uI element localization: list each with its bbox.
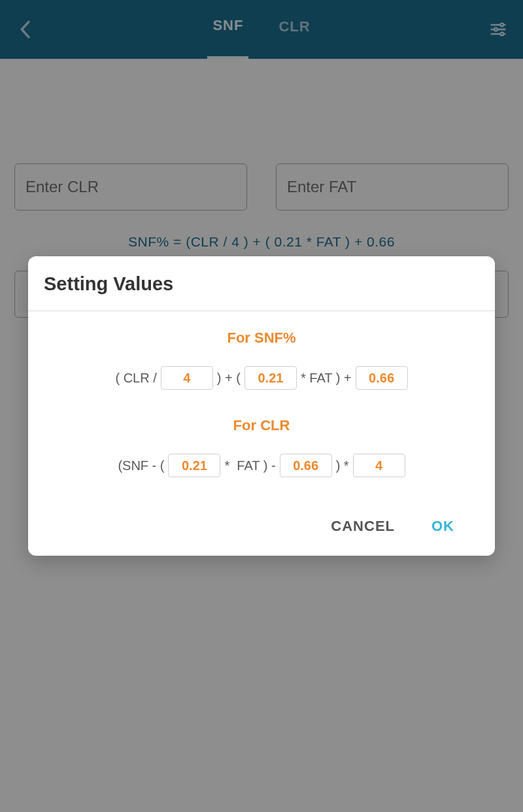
snf-formula-row: ( CLR / ) + ( * FAT ) +	[44, 366, 479, 390]
snf-value-1[interactable]	[161, 366, 213, 390]
dialog-body: For SNF% ( CLR / ) + ( * FAT ) + For CLR…	[28, 311, 495, 511]
snf-section-title: For SNF%	[44, 330, 479, 347]
snf-text-1: ( CLR /	[115, 371, 156, 386]
cancel-button[interactable]: CANCEL	[331, 518, 395, 535]
clr-text-2: * FAT ) -	[224, 458, 275, 473]
ok-button[interactable]: OK	[431, 518, 454, 535]
clr-formula-row: (SNF - ( * FAT ) - ) *	[44, 454, 479, 477]
settings-dialog: Setting Values For SNF% ( CLR / ) + ( * …	[28, 256, 495, 556]
snf-text-2: ) + (	[217, 371, 241, 386]
dialog-actions: CANCEL OK	[28, 511, 495, 556]
dialog-header: Setting Values	[28, 256, 495, 311]
snf-value-2[interactable]	[245, 366, 297, 390]
clr-value-2[interactable]	[280, 454, 332, 477]
clr-text-3: ) *	[336, 458, 349, 473]
clr-value-1[interactable]	[168, 454, 220, 477]
clr-text-1: (SNF - (	[118, 458, 164, 473]
dialog-title: Setting Values	[44, 273, 479, 295]
modal-overlay[interactable]: Setting Values For SNF% ( CLR / ) + ( * …	[0, 0, 523, 812]
snf-text-3: * FAT ) +	[301, 371, 352, 386]
clr-section-title: For CLR	[44, 417, 479, 434]
clr-value-3[interactable]	[353, 454, 405, 477]
snf-value-3[interactable]	[356, 366, 408, 390]
